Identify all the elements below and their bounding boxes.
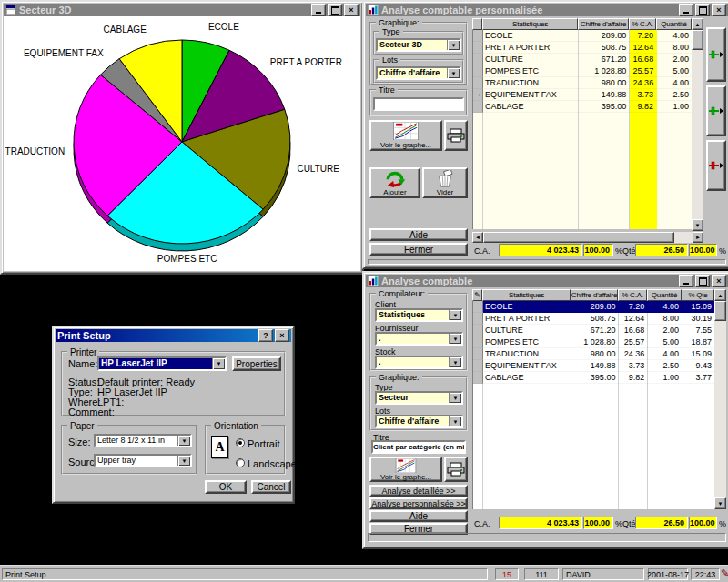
type-select[interactable]: Secteur ▼ [375, 391, 463, 405]
cell-qty: 2.00 [656, 54, 692, 65]
table-row[interactable]: CABLAGE395.009.821.003.77 [473, 372, 714, 384]
stock-select[interactable]: . ▼ [375, 356, 463, 369]
scroll-up-icon[interactable]: ▲ [714, 289, 726, 301]
column-header[interactable]: % C.A. [629, 18, 656, 30]
table-row[interactable]: POMPES ETC1 028.8025.575.00 [473, 65, 692, 77]
ajouter-button[interactable]: Ajouter [369, 167, 420, 198]
v-scrollbar[interactable]: ▲ ▼ [714, 289, 726, 509]
scroll-left-icon[interactable]: ◄ [472, 232, 483, 243]
chevron-down-icon[interactable]: ▼ [177, 456, 190, 466]
chevron-down-icon[interactable]: ▼ [449, 310, 461, 320]
analyse-personnalisee-button[interactable]: Analyse personnalisée >> [369, 497, 468, 509]
minimize-icon[interactable] [311, 4, 326, 16]
close-icon[interactable]: × [344, 4, 359, 16]
scroll-right-icon[interactable]: ► [693, 232, 703, 243]
header-marker-cell[interactable]: ✎ [472, 289, 482, 301]
column-header[interactable]: Quantité [647, 289, 682, 301]
column-header[interactable]: Statistiques [482, 18, 578, 30]
print-graph-button[interactable] [444, 120, 468, 151]
chevron-down-icon[interactable]: ▼ [212, 358, 225, 369]
vider-button[interactable]: Vider [422, 167, 468, 198]
landscape-radio[interactable] [236, 458, 245, 467]
restore-icon[interactable] [695, 275, 710, 287]
scroll-down-icon[interactable]: ▼ [714, 497, 726, 509]
titlebar-print-setup[interactable]: Print Setup ? × [56, 329, 291, 342]
chart-icon [393, 122, 419, 140]
lots-select[interactable]: Chiffre d'affaire ▼ [376, 66, 461, 80]
h-scrollbar[interactable]: ◄ ► [472, 232, 703, 243]
close-icon[interactable]: × [712, 4, 726, 16]
header-marker-cell[interactable] [472, 18, 482, 30]
column-header[interactable]: % Qte [682, 289, 714, 301]
titlebar-analyse-comptable[interactable]: Analyse comptable × [366, 275, 728, 287]
table-row[interactable]: TRADUCTION980.0024.364.0015.09 [473, 348, 714, 360]
chevron-down-icon[interactable]: ▼ [449, 416, 461, 426]
restore-icon[interactable] [695, 4, 710, 16]
scroll-up-icon[interactable]: ▲ [692, 18, 703, 30]
ok-button[interactable]: OK [205, 480, 247, 494]
cell-pca: 3.73 [618, 360, 647, 372]
column-header[interactable]: Chiffre d'affaire [578, 18, 629, 30]
type-select[interactable]: Secteur 3D ▼ [376, 38, 461, 52]
titlebar-secteur-3d[interactable]: Secteur 3D × [4, 4, 360, 16]
voir-graphe-button[interactable]: Voir le graphe... [369, 120, 442, 151]
column-header[interactable]: Quantité [656, 18, 692, 30]
chevron-down-icon[interactable]: ▼ [449, 393, 461, 403]
table-row[interactable]: POMPES ETC1 028.8025.575.0018.87 [473, 336, 714, 348]
column-header[interactable]: Chiffre d'affaire [571, 289, 618, 301]
lots-select[interactable]: Chiffre d'affaire ▼ [375, 415, 463, 428]
aide-button[interactable]: Aide [369, 228, 468, 241]
table-row[interactable]: CABLAGE395.009.821.00 [473, 101, 692, 113]
client-select[interactable]: Statistiques ▼ [375, 308, 463, 322]
red-slider-tool-button[interactable] [706, 140, 726, 191]
minimize-icon[interactable] [679, 275, 693, 287]
help-icon[interactable]: ? [258, 329, 273, 342]
aide-button[interactable]: Aide [369, 510, 468, 522]
scroll-thumb[interactable] [692, 30, 703, 50]
column-header[interactable]: % C.A. [618, 289, 647, 301]
minimize-icon[interactable] [679, 4, 693, 16]
analyse-detaillee-button[interactable]: Analyse detaillée >> [369, 485, 468, 497]
chevron-down-icon[interactable]: ▼ [449, 334, 461, 344]
cell-ca: 980.00 [579, 77, 630, 89]
fournisseur-select[interactable]: . ▼ [375, 332, 463, 346]
table-row[interactable]: CULTURE671.2016.682.00 [473, 54, 692, 65]
table-row[interactable]: PRET A PORTER508.7512.648.00 [473, 42, 692, 54]
print-graph-button[interactable] [444, 457, 468, 482]
table-row[interactable]: TRADUCTION980.0024.364.00 [473, 77, 692, 89]
landscape-label: Landscape [248, 458, 297, 469]
scroll-thumb[interactable] [714, 301, 726, 321]
table-row[interactable]: PRET A PORTER508.7512.648.0030.19 [473, 313, 714, 325]
table-row[interactable]: →EQUIPEMENT FAX149.883.732.50 [473, 89, 692, 101]
chevron-down-icon[interactable]: ▼ [449, 357, 461, 367]
table-row[interactable]: ECOLE289.807.204.00 [473, 30, 692, 42]
statusbar-message: Print Setup [2, 568, 488, 580]
properties-button[interactable]: Properties [232, 356, 281, 371]
portrait-radio[interactable] [236, 438, 245, 447]
table-row[interactable]: EQUIPEMENT FAX149.883.732.509.43 [473, 360, 714, 372]
table-row[interactable]: CULTURE671.2016.682.007.55 [473, 325, 714, 336]
chevron-down-icon[interactable]: ▼ [447, 40, 460, 50]
scroll-down-icon[interactable]: ▼ [692, 219, 703, 231]
v-scrollbar[interactable]: ▲ ▼ [692, 18, 703, 231]
voir-graphe-button[interactable]: Voir le graphe... [369, 457, 442, 482]
close-icon[interactable]: × [275, 329, 289, 342]
table-row[interactable]: ECOLE289.807.204.0015.09 [473, 301, 714, 313]
titre-input[interactable]: Client par catégorie (en milli [371, 440, 466, 454]
slider-tool-button-1[interactable] [706, 27, 726, 82]
cancel-button[interactable]: Cancel [251, 480, 291, 494]
titlebar-analyse-personnalisee[interactable]: Analyse comptable personnalisée × [366, 4, 728, 16]
paper-size-select[interactable]: Letter 8 1/2 x 11 in ▼ [94, 434, 192, 447]
chevron-down-icon[interactable]: ▼ [177, 436, 190, 446]
chevron-down-icon[interactable]: ▼ [447, 68, 460, 78]
column-header[interactable]: Statistiques [482, 289, 571, 301]
close-icon[interactable]: × [712, 275, 726, 287]
fermer-button[interactable]: Fermer [369, 243, 468, 256]
scroll-thumb[interactable] [483, 232, 674, 243]
titre-input[interactable] [373, 97, 464, 111]
printer-name-select[interactable]: HP LaserJet IIP ▼ [97, 356, 227, 371]
slider-tool-button-2[interactable] [706, 85, 726, 136]
restore-icon[interactable] [328, 4, 342, 16]
paper-source-select[interactable]: Upper tray ▼ [94, 454, 192, 467]
total-qty-percent: 100.00 [689, 244, 717, 256]
